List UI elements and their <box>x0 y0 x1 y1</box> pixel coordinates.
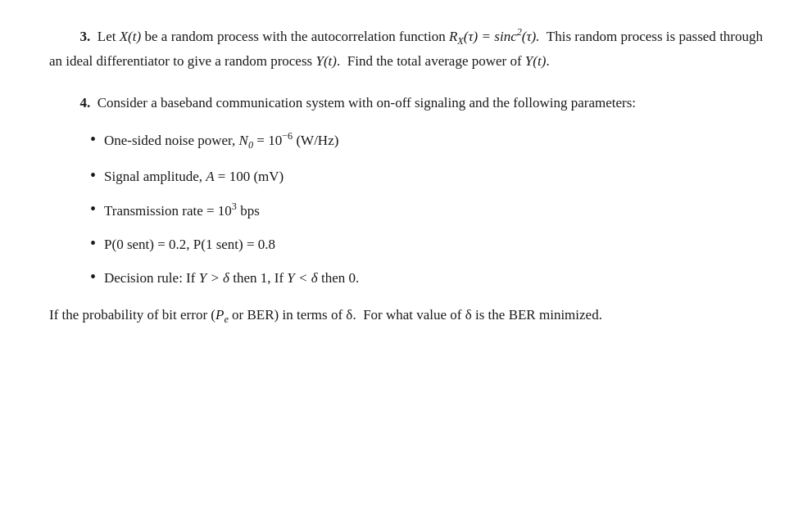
problem-4: 4. Consider a baseband communication sys… <box>49 92 763 328</box>
problem-3-number: 3. <box>79 29 90 44</box>
bullet-dot-3: • <box>90 201 96 217</box>
bullet-5-text: Decision rule: If Y > δ then 1, If Y < δ… <box>104 267 359 289</box>
problem-4-bullet-list: • One-sided noise power, N0 = 10−6 (W/Hz… <box>49 129 763 289</box>
problem-3-xt: X(t) <box>120 29 141 44</box>
problem-4-intro: 4. Consider a baseband communication sys… <box>49 92 763 114</box>
bullet-dot-1: • <box>90 131 96 147</box>
problem-3-yt2: Y(t) <box>525 53 547 69</box>
bullet-item-decision: • Decision rule: If Y > δ then 1, If Y <… <box>90 267 763 289</box>
problem-4-footer: If the probability of bit error (Pe or B… <box>49 304 763 328</box>
bullet-2-text: Signal amplitude, A = 100 (mV) <box>104 165 284 187</box>
bullet-dot-5: • <box>90 269 96 285</box>
bullet-1-text: One-sided noise power, N0 = 10−6 (W/Hz) <box>104 129 338 154</box>
bullet-dot-2: • <box>90 167 96 183</box>
bullet-3-text: Transmission rate = 103 bps <box>104 199 260 222</box>
problem-4-number: 4. <box>79 95 90 111</box>
bullet-item-transmission: • Transmission rate = 103 bps <box>90 199 763 222</box>
bullet-item-probability: • P(0 sent) = 0.2, P(1 sent) = 0.8 <box>90 233 763 255</box>
bullet-item-amplitude: • Signal amplitude, A = 100 (mV) <box>90 165 763 187</box>
problem-3-text: 3. Let X(t) be a random process with the… <box>49 25 763 72</box>
bullet-4-text: P(0 sent) = 0.2, P(1 sent) = 0.8 <box>104 233 275 255</box>
problem-3: 3. Let X(t) be a random process with the… <box>49 25 763 72</box>
bullet-dot-4: • <box>90 235 96 251</box>
document-content: 3. Let X(t) be a random process with the… <box>49 25 763 328</box>
problem-3-rx: RX(τ) = sinc2(τ). <box>449 29 540 44</box>
problem-3-yt: Y(t) <box>315 53 337 69</box>
bullet-item-noise: • One-sided noise power, N0 = 10−6 (W/Hz… <box>90 129 763 154</box>
